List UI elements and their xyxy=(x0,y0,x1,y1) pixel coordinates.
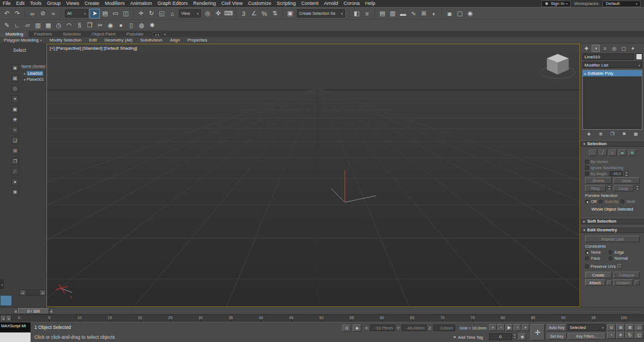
menu-arnold[interactable]: Arnold xyxy=(321,0,341,7)
field-of-view-icon[interactable]: ◔ xyxy=(607,332,616,339)
select-and-rotate-icon[interactable]: ↻ xyxy=(146,9,157,19)
toggle-ribbon-icon[interactable]: ▬ xyxy=(398,9,408,19)
isolate-selection-icon[interactable]: ⊙ xyxy=(342,325,351,332)
menu-edit[interactable]: Edit xyxy=(14,0,28,7)
lock-selection-icon[interactable]: ◈ xyxy=(353,325,361,332)
view-cube[interactable] xyxy=(540,54,575,79)
selection-filter-select[interactable]: All▾ xyxy=(65,9,88,17)
shrink-button[interactable]: Shrink xyxy=(585,177,612,184)
time-slider-handle[interactable]: 0 / 100 xyxy=(18,308,49,314)
ribbon-tab-modeling[interactable]: Modeling xyxy=(0,31,28,37)
constraint-none-radio[interactable] xyxy=(585,250,589,254)
clock-icon[interactable]: ◷ xyxy=(53,20,64,30)
ribbon-panel-edit[interactable]: Edit xyxy=(85,38,100,43)
y-coord-field[interactable]: -46,43mm xyxy=(402,325,427,331)
menu-customize[interactable]: Customize xyxy=(245,0,274,7)
menu-modifiers[interactable]: Modifiers xyxy=(102,0,128,7)
modifier-list-dropdown[interactable]: Modifier List ▾ xyxy=(582,62,642,68)
named-selection-sets-select[interactable]: Create Selection Se▾ xyxy=(297,9,345,17)
detach-settings-icon[interactable] xyxy=(635,280,640,285)
star-icon[interactable]: ✱ xyxy=(147,20,157,30)
chart-icon[interactable]: ▥ xyxy=(33,20,43,30)
explorer-item[interactable]: ◦●Line010 xyxy=(21,70,46,76)
select-by-name-icon[interactable]: ▤ xyxy=(100,9,110,19)
curve-editor-icon[interactable]: ∿ xyxy=(408,9,419,19)
orbit-icon[interactable]: ↻ xyxy=(625,332,634,339)
utilities-tab-icon[interactable]: ✦ xyxy=(629,45,637,52)
rendered-frame-window-icon[interactable]: ▢ xyxy=(455,9,465,19)
edge-icon[interactable]: ╱ xyxy=(599,149,607,156)
by-angle-spinner[interactable]: ▲▼ xyxy=(624,171,629,176)
sign-in-button[interactable]: ☻ Sign In ▾ xyxy=(541,1,571,7)
detach-button[interactable]: Detach xyxy=(613,279,634,286)
display-shapes-icon[interactable]: ◇ xyxy=(11,85,19,92)
window-crossing-toggle-icon[interactable]: ◫ xyxy=(121,9,131,19)
time-slider-track[interactable] xyxy=(56,311,640,312)
display-materials-icon[interactable]: ● xyxy=(11,178,19,185)
constraint-face-radio[interactable] xyxy=(585,256,589,260)
configure-modifier-sets-icon[interactable]: ▦ xyxy=(632,131,640,137)
menu-create[interactable]: Create xyxy=(82,0,102,7)
selection-gizmo[interactable] xyxy=(331,170,376,202)
hierarchy-tab-icon[interactable]: ≡ xyxy=(601,45,609,52)
auto-key-button[interactable]: Auto Key xyxy=(547,324,567,331)
rollout-selection[interactable]: ▾ Selection xyxy=(581,140,644,147)
by-angle-checkbox[interactable]: By Angle: 45,0 ▲▼ xyxy=(585,171,644,176)
time-step-back-icon[interactable]: ◂ xyxy=(13,308,18,314)
menu-tools[interactable]: Tools xyxy=(27,0,44,7)
grid-icon[interactable]: ▦ xyxy=(43,20,53,30)
select-object-icon[interactable]: ➤ xyxy=(90,9,100,19)
key-mode-toggle-icon[interactable]: ◈ xyxy=(518,333,526,340)
arc-icon[interactable]: ◠ xyxy=(64,20,74,30)
track-bar[interactable]: ◂ ▸ 051015202530354045505560657075808590… xyxy=(0,314,644,322)
scissors-icon[interactable]: ✂ xyxy=(95,20,105,30)
select-and-move-icon[interactable]: ✛ xyxy=(136,9,146,19)
select-and-place-icon[interactable]: ⌂ xyxy=(167,9,177,19)
toggle-scene-explorer-icon[interactable]: ▤ xyxy=(377,9,387,19)
pencil-icon[interactable]: ✎ xyxy=(2,20,12,30)
explorer-column-header[interactable]: Name (Sorted A... xyxy=(21,64,45,69)
set-square-icon[interactable]: ∟ xyxy=(12,20,22,30)
preview-subobj-radio[interactable] xyxy=(599,200,603,203)
menu-help[interactable]: Help xyxy=(362,0,378,7)
maxscript-listener-input[interactable] xyxy=(0,332,31,342)
display-helpers-icon[interactable]: ✚ xyxy=(11,116,19,123)
ribbon-panel-properties[interactable]: Properties xyxy=(183,38,211,43)
snaps-toggle-icon[interactable]: 3 xyxy=(238,9,249,19)
menu-graph-editors[interactable]: Graph Editors xyxy=(154,0,190,7)
select-and-manipulate-icon[interactable]: ✜ xyxy=(213,9,223,19)
go-to-end-icon[interactable]: » xyxy=(522,324,529,331)
reference-coordinate-select[interactable]: View▾ xyxy=(179,9,201,17)
ribbon-panel-geometry-all-[interactable]: Geometry (All) xyxy=(100,38,136,43)
object-name-field[interactable]: Line010 xyxy=(582,53,634,60)
spinner-snap-icon[interactable]: ⇅ xyxy=(270,9,280,19)
use-pivot-point-center-icon[interactable]: ◎ xyxy=(202,9,213,19)
display-xrefs-icon[interactable]: ⊞ xyxy=(11,147,19,154)
panel-collapse-arrow[interactable]: ◂ xyxy=(0,279,4,289)
by-angle-value-field[interactable]: 45,0 xyxy=(610,171,623,176)
scroll-right-icon[interactable]: ▸ xyxy=(40,290,45,295)
loop-button[interactable]: Loop xyxy=(613,185,634,191)
ribbon-panel-polygon-modeling[interactable]: Polygon Modeling▾ xyxy=(0,38,46,43)
menu-scripting[interactable]: Scripting xyxy=(274,0,299,7)
redo-icon[interactable]: ↷ xyxy=(12,9,22,19)
keyboard-shortcut-override-icon[interactable]: ⌨ xyxy=(223,9,234,19)
set-keys-button[interactable]: ✛ xyxy=(530,324,545,340)
workspace-select[interactable]: Default ▾ xyxy=(603,1,641,7)
previous-frame-icon[interactable]: ‹ xyxy=(497,324,505,331)
ribbon-panel-modify-selection[interactable]: Modify Selection xyxy=(46,38,86,43)
maxscript-mini-listener[interactable]: MAXScript Mi xyxy=(0,322,31,332)
create-tab-icon[interactable]: ✚ xyxy=(582,45,591,52)
modifier-stack-item-editable-poly[interactable]: ▸ Editable Poly xyxy=(583,70,642,76)
select-and-scale-icon[interactable]: ◱ xyxy=(157,9,167,19)
motion-tab-icon[interactable]: ◎ xyxy=(610,45,618,52)
display-all-icon[interactable]: ◉ xyxy=(11,64,19,71)
zoom-icon[interactable]: ⊙ xyxy=(607,324,616,331)
material-editor-icon[interactable]: ◐ xyxy=(429,9,439,19)
frame-spinner[interactable]: ▲▼ xyxy=(512,333,517,338)
menu-animation[interactable]: Animation xyxy=(127,0,154,7)
display-tab-icon[interactable]: ▢ xyxy=(619,45,628,52)
preview-off-radio[interactable] xyxy=(585,200,589,203)
percent-snap-icon[interactable]: % xyxy=(259,9,270,19)
scroll-left-ic[interactable]: ◂ xyxy=(20,290,25,295)
